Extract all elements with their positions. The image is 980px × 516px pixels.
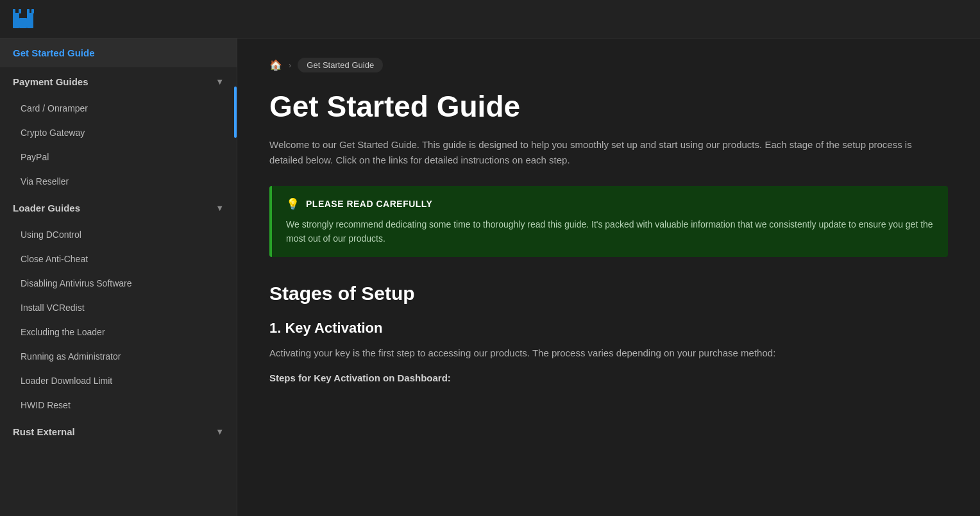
svg-rect-3	[19, 9, 21, 13]
sidebar-item-paypal[interactable]: PayPal	[0, 145, 237, 169]
breadcrumb: 🏠 › Get Started Guide	[269, 58, 948, 72]
sidebar-section-loader-label: Loader Guides	[13, 203, 80, 213]
breadcrumb-current[interactable]: Get Started Guide	[298, 58, 383, 72]
sidebar-item-excluding-loader[interactable]: Excluding the Loader	[0, 320, 237, 344]
sidebar-section-payment-label: Payment Guides	[13, 76, 89, 87]
page-title: Get Started Guide	[269, 90, 948, 123]
sidebar-item-loader-download-limit[interactable]: Loader Download Limit	[0, 369, 237, 393]
sidebar-item-disabling-antivirus[interactable]: Disabling Antivirus Software	[0, 271, 237, 295]
chevron-down-icon-rust: ▼	[215, 427, 224, 437]
bulb-icon: 💡	[286, 197, 300, 211]
sidebar-item-running-as-admin[interactable]: Running as Administrator	[0, 344, 237, 369]
sidebar-section-rust-external[interactable]: Rust External ▼	[0, 417, 237, 446]
main-content: 🏠 › Get Started Guide Get Started Guide …	[237, 38, 980, 516]
home-icon[interactable]: 🏠	[269, 59, 282, 71]
sidebar-item-get-started[interactable]: Get Started Guide	[0, 38, 237, 67]
sidebar-item-via-reseller[interactable]: Via Reseller	[0, 169, 237, 194]
warning-box: 💡 PLEASE READ CAREFULLY We strongly reco…	[269, 186, 948, 258]
sidebar-item-using-dcontrol[interactable]: Using DControl	[0, 222, 237, 247]
topbar	[0, 0, 980, 38]
stage-1-heading: 1. Key Activation	[269, 320, 948, 337]
stages-title: Stages of Setup	[269, 283, 948, 304]
sidebar-items-loader: Using DControl Close Anti-Cheat Disablin…	[0, 222, 237, 417]
sidebar-items-payment: Card / Onramper Crypto Gateway PayPal Vi…	[0, 96, 237, 194]
stage-1-text: Activating your key is the first step to…	[269, 345, 948, 361]
svg-rect-0	[13, 13, 19, 28]
svg-rect-6	[19, 18, 27, 28]
warning-title: PLEASE READ CAREFULLY	[306, 199, 432, 209]
warning-text: We strongly recommend dedicating some ti…	[286, 217, 934, 246]
svg-rect-2	[13, 9, 15, 13]
chevron-down-icon-loader: ▼	[215, 203, 224, 213]
sidebar: Get Started Guide Payment Guides ▼ Card …	[0, 38, 237, 516]
warning-header: 💡 PLEASE READ CAREFULLY	[286, 197, 934, 211]
sidebar-item-card-onramper[interactable]: Card / Onramper	[0, 96, 237, 121]
sidebar-section-rust-label: Rust External	[13, 426, 75, 437]
sidebar-item-crypto-gateway[interactable]: Crypto Gateway	[0, 121, 237, 145]
sidebar-section-loader-guides[interactable]: Loader Guides ▼	[0, 194, 237, 222]
sidebar-item-hwid-reset[interactable]: HWID Reset	[0, 393, 237, 417]
sidebar-item-install-vcredist[interactable]: Install VCRedist	[0, 295, 237, 320]
logo	[10, 5, 36, 33]
sidebar-scrollbar	[234, 87, 237, 138]
sidebar-section-payment-guides[interactable]: Payment Guides ▼	[0, 67, 237, 96]
svg-rect-5	[31, 9, 34, 13]
sidebar-item-close-anti-cheat[interactable]: Close Anti-Cheat	[0, 247, 237, 271]
breadcrumb-separator: ›	[289, 60, 291, 70]
svg-rect-1	[27, 13, 33, 28]
svg-rect-4	[27, 9, 30, 13]
stage-1-steps-label: Steps for Key Activation on Dashboard:	[269, 372, 948, 383]
chevron-down-icon: ▼	[215, 77, 224, 87]
intro-text: Welcome to our Get Started Guide. This g…	[269, 137, 943, 168]
